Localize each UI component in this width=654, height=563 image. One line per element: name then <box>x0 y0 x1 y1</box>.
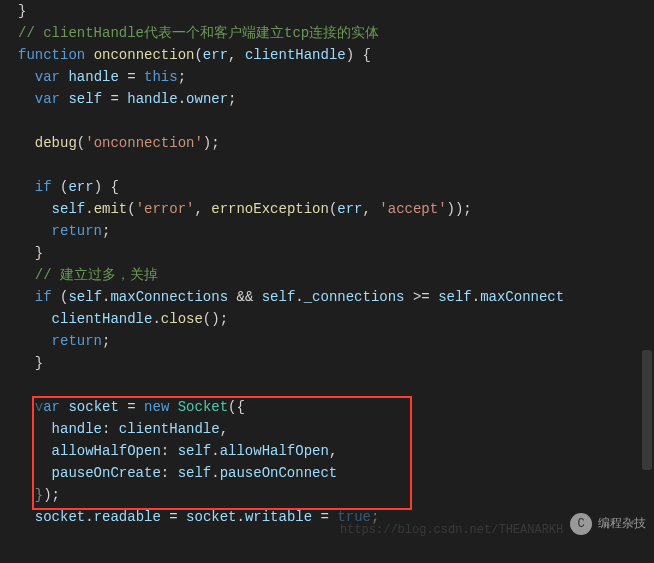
code-line[interactable]: } <box>18 0 654 22</box>
code-line[interactable]: var handle = this; <box>18 66 654 88</box>
token: // clientHandle代表一个和客户端建立tcp连接的实体 <box>18 25 379 41</box>
token: , <box>194 201 211 217</box>
code-line[interactable]: var socket = new Socket({ <box>18 396 654 418</box>
line-content: socket.readable = socket.writable = true… <box>18 506 379 528</box>
token: ; <box>371 509 379 525</box>
vertical-scrollbar[interactable] <box>640 0 654 563</box>
code-line[interactable]: } <box>18 242 654 264</box>
token: // 建立过多，关掉 <box>35 267 158 283</box>
code-line[interactable]: } <box>18 352 654 374</box>
token: debug <box>35 135 77 151</box>
token: . <box>152 311 160 327</box>
code-line[interactable]: allowHalfOpen: self.allowHalfOpen, <box>18 440 654 462</box>
code-line[interactable]: self.emit('error', errnoException(err, '… <box>18 198 654 220</box>
token: _connections <box>304 289 405 305</box>
code-line[interactable]: var self = handle.owner; <box>18 88 654 110</box>
token: errnoException <box>211 201 329 217</box>
fold-gutter <box>18 22 36 44</box>
line-content: debug('onconnection'); <box>18 132 220 154</box>
token: self <box>178 443 212 459</box>
code-line[interactable]: function onconnection(err, clientHandle)… <box>18 44 654 66</box>
token: 'accept' <box>379 201 446 217</box>
token: . <box>211 443 219 459</box>
token: ; <box>102 333 110 349</box>
token: = <box>119 399 144 415</box>
token: socket <box>68 399 118 415</box>
code-line[interactable]: // 建立过多，关掉 <box>18 264 654 286</box>
line-content: function onconnection(err, clientHandle)… <box>18 44 371 66</box>
code-line[interactable]: debug('onconnection'); <box>18 132 654 154</box>
fold-gutter <box>18 154 36 176</box>
code-line[interactable]: pauseOnCreate: self.pauseOnConnect <box>18 462 654 484</box>
fold-gutter <box>18 198 36 220</box>
token: owner <box>186 91 228 107</box>
token: writable <box>245 509 312 525</box>
token: handle <box>68 69 118 85</box>
fold-gutter <box>18 484 36 506</box>
token: ( <box>77 135 85 151</box>
token: . <box>211 465 219 481</box>
token: return <box>52 333 102 349</box>
token: pauseOnCreate <box>52 465 161 481</box>
watermark-brand: C 编程杂技 <box>570 513 646 535</box>
token: clientHandle <box>52 311 153 327</box>
token: t <box>337 509 345 525</box>
token: . <box>178 91 186 107</box>
token: err <box>337 201 362 217</box>
code-line[interactable]: }); <box>18 484 654 506</box>
code-line[interactable]: // clientHandle代表一个和客户端建立tcp连接的实体 <box>18 22 654 44</box>
line-content: if (self.maxConnections && self._connect… <box>18 286 564 308</box>
line-content: allowHalfOpen: self.allowHalfOpen, <box>18 440 337 462</box>
code-line[interactable]: if (self.maxConnections && self._connect… <box>18 286 654 308</box>
token: Socket <box>178 399 228 415</box>
token: : <box>161 465 178 481</box>
code-line[interactable] <box>18 110 654 132</box>
code-line[interactable] <box>18 154 654 176</box>
token: ) { <box>346 47 371 63</box>
code-line[interactable]: handle: clientHandle, <box>18 418 654 440</box>
line-content: var handle = this; <box>18 66 186 88</box>
line-content: handle: clientHandle, <box>18 418 228 440</box>
token: (); <box>203 311 228 327</box>
fold-gutter <box>18 374 36 396</box>
token: socket <box>186 509 236 525</box>
scroll-thumb[interactable] <box>642 350 652 470</box>
token: allowHalfOpen <box>220 443 329 459</box>
token: err <box>68 179 93 195</box>
token: ) { <box>94 179 119 195</box>
token: self <box>262 289 296 305</box>
token: ); <box>43 487 60 503</box>
token: maxConnections <box>110 289 228 305</box>
token: , <box>220 421 228 437</box>
token: handle <box>127 91 177 107</box>
line-content: var self = handle.owner; <box>18 88 237 110</box>
fold-gutter <box>18 0 36 22</box>
token: >= <box>405 289 439 305</box>
code-line[interactable]: clientHandle.close(); <box>18 308 654 330</box>
line-content: pauseOnCreate: self.pauseOnConnect <box>18 462 337 484</box>
code-line[interactable]: if (err) { <box>18 176 654 198</box>
code-line[interactable]: socket.readable = socket.writable = true… <box>18 506 654 528</box>
token: readable <box>94 509 161 525</box>
code-area[interactable]: }// clientHandle代表一个和客户端建立tcp连接的实体functi… <box>0 0 654 528</box>
token: } <box>35 355 43 371</box>
code-line[interactable] <box>18 374 654 396</box>
line-content: // clientHandle代表一个和客户端建立tcp连接的实体 <box>18 22 379 44</box>
token: self <box>438 289 472 305</box>
fold-gutter <box>18 66 36 88</box>
token: ; <box>228 91 236 107</box>
code-line[interactable]: return; <box>18 220 654 242</box>
token: if <box>35 179 60 195</box>
token: socket <box>35 509 85 525</box>
code-line[interactable]: return; <box>18 330 654 352</box>
token: 'error' <box>136 201 195 217</box>
token: : <box>161 443 178 459</box>
token: } <box>35 245 43 261</box>
token: return <box>52 223 102 239</box>
code-editor[interactable]: }// clientHandle代表一个和客户端建立tcp连接的实体functi… <box>0 0 654 563</box>
token: new <box>144 399 178 415</box>
fold-gutter <box>18 44 36 66</box>
token: self <box>178 465 212 481</box>
token: = <box>102 91 127 107</box>
token: this <box>144 69 178 85</box>
